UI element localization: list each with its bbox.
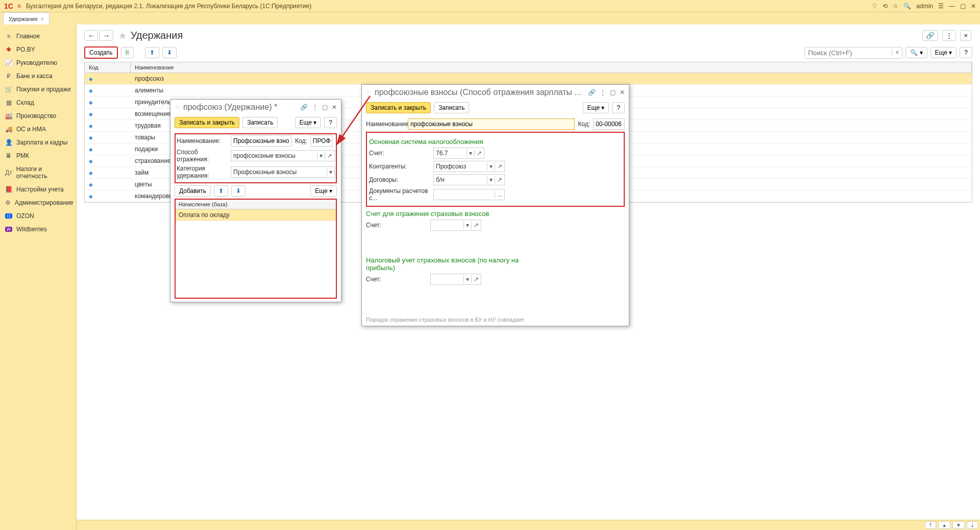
create-button[interactable]: Создать [84,46,118,59]
dialog-title: профсоюз (Удержание) * [183,103,297,112]
copy-button[interactable]: ⎘ [121,47,134,58]
sidebar-item-rmk[interactable]: 🖩РМК [0,149,76,162]
maximize-icon[interactable]: ▢ [322,104,328,111]
help-button[interactable]: ? [324,117,337,128]
label-name: Наименование: [177,137,228,144]
close-icon[interactable]: ✕ [971,3,976,10]
sidebar-item-ozon[interactable]: OOZON [0,209,76,223]
select-method[interactable]: профсоюзные взносы ▾ ↗ [231,150,335,161]
search-icon[interactable]: 🔍 [903,3,911,10]
input-code[interactable] [310,135,333,147]
sidebar-item-production[interactable]: 🏭Производство [0,109,76,123]
bell-icon[interactable]: ♡ [872,3,877,10]
save-close-button[interactable]: Записать и закрыть [175,117,239,128]
more-button[interactable]: Еще ▾ [583,102,609,113]
tab-close-icon[interactable]: × [40,16,43,22]
sidebar-item-wb[interactable]: WWildberries [0,223,76,236]
dropdown-icon[interactable]: ▾ [487,163,495,170]
dropdown-icon[interactable]: ▾ [317,152,325,159]
table-row[interactable]: ◆профсоюз [85,73,972,85]
footer-bottom-button[interactable]: ⤓ [967,521,978,529]
link-icon[interactable]: 🔗 [588,89,596,96]
select-contracts[interactable]: б/н ▾ ↗ [433,174,505,185]
base-row[interactable]: Оплата по окладу [176,209,336,221]
more-menu-button[interactable]: ⋮ [942,30,956,41]
input-code[interactable] [593,118,625,130]
save-button[interactable]: Записать [434,102,469,113]
footer-up-button[interactable]: ▲ [938,521,950,529]
sidebar-item-main[interactable]: ≡Главное [0,30,76,43]
help-button[interactable]: ? [612,102,625,113]
tab-uderzhaniya[interactable]: Удержания × [3,12,50,25]
sidebar-item-salary[interactable]: 👤Зарплата и кадры [0,136,76,149]
more-button[interactable]: Еще ▾ [930,47,957,58]
dropdown-icon[interactable]: ▾ [467,150,474,157]
sidebar-item-taxes[interactable]: ДтНалоги и отчетность [0,162,76,183]
favorite-icon[interactable]: ★ [118,30,127,41]
close-icon[interactable]: ✕ [332,104,337,111]
link-button[interactable]: 🔗 [922,30,938,41]
down-button[interactable]: ⬇ [231,185,246,197]
search-button[interactable]: 🔍 ▾ [905,47,927,58]
open-icon[interactable]: ↗ [471,222,481,229]
sidebar-item-admin[interactable]: ⚙Администрирование [0,196,76,209]
up-button[interactable]: ⬆ [214,185,228,197]
dropdown-icon[interactable]: ▾ [463,222,471,229]
sidebar-item-assets[interactable]: 🚚ОС и НМА [0,123,76,136]
sidebar-item-poby[interactable]: ✱PO.BY [0,43,76,56]
link-icon[interactable]: 🔗 [300,104,308,111]
maximize-icon[interactable]: ▢ [610,89,616,96]
menu-icon[interactable]: ⋮ [600,89,606,96]
select-category[interactable]: Профсоюзные взносы ▾ [231,166,335,178]
history-icon[interactable]: ⟲ [883,3,888,10]
sidebar-item-settings[interactable]: 📕Настройки учета [0,183,76,196]
sidebar-item-manager[interactable]: 📈Руководителю [0,56,76,69]
add-button[interactable]: Добавить [175,185,211,197]
back-button[interactable]: ← [84,30,98,41]
factory-icon: 🏭 [5,112,12,119]
input-name[interactable] [231,135,292,147]
input-name[interactable] [408,118,575,130]
menu-icon[interactable]: ≡ [17,3,21,10]
open-icon[interactable]: ↗ [495,176,504,183]
open-icon[interactable]: ↗ [325,152,334,159]
select-contractors[interactable]: Профсоюз ▾ ↗ [433,161,505,172]
maximize-icon[interactable]: ▢ [960,3,966,10]
search-clear-icon[interactable]: × [892,49,902,56]
forward-button[interactable]: → [99,30,113,41]
close-icon[interactable]: ✕ [620,89,625,96]
minimize-icon[interactable]: — [949,3,955,10]
menu-icon[interactable]: ⋮ [312,104,318,111]
open-icon[interactable]: ↗ [495,163,504,170]
dropdown-icon[interactable]: ▾ [463,276,471,283]
select-account-tax[interactable]: ▾ ↗ [430,274,481,285]
help-button[interactable]: ? [960,47,972,58]
sidebar-item-bank[interactable]: ₽Банк и касса [0,69,76,83]
open-icon[interactable]: ... [495,191,504,198]
column-name[interactable]: Наименование [131,62,972,73]
select-account[interactable]: 76.7 ▾ ↗ [433,148,484,159]
select-account-ins[interactable]: ▾ ↗ [430,220,481,231]
save-button[interactable]: Записать [242,117,278,128]
footer-top-button[interactable]: ⤒ [925,521,936,529]
open-icon[interactable]: ↗ [474,150,484,157]
settings-icon[interactable]: ☰ [938,3,944,10]
star-icon[interactable]: ☆ [366,89,372,96]
sidebar-item-trade[interactable]: 🛒Покупки и продажи [0,83,76,96]
up-button[interactable]: ⬆ [145,47,159,58]
column-code[interactable]: Код [85,62,131,73]
down-button[interactable]: ⬇ [162,47,177,58]
close-page-button[interactable]: × [960,30,971,41]
dropdown-icon[interactable]: ▾ [487,176,495,183]
star-icon[interactable]: ☆ [175,104,180,111]
sidebar-item-warehouse[interactable]: ▦Склад [0,96,76,109]
save-close-button[interactable]: Записать и закрыть [366,102,431,113]
more-button[interactable]: Еще ▾ [295,117,322,128]
dropdown-icon[interactable]: ▾ [327,168,334,176]
footer-down-button[interactable]: ▼ [952,521,965,529]
star-icon[interactable]: ☆ [893,3,898,10]
more-button[interactable]: Еще ▾ [310,185,337,197]
search-input[interactable] [805,47,892,58]
open-icon[interactable]: ↗ [471,276,481,283]
select-docs[interactable]: ... [433,189,505,200]
